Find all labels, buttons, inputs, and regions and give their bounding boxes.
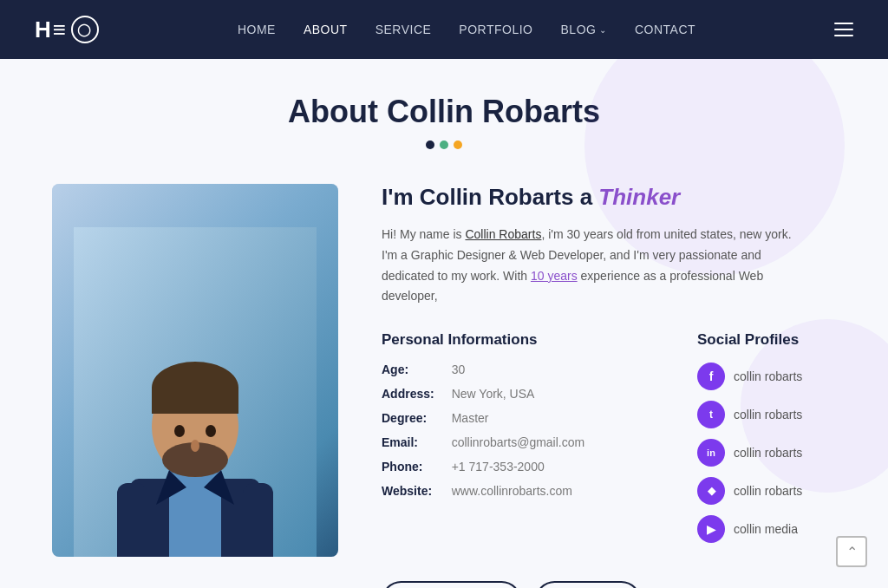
nav-about[interactable]: ABOUT bbox=[304, 23, 348, 36]
logo-text: H≡ bbox=[35, 16, 68, 43]
svg-rect-6 bbox=[152, 388, 238, 414]
person-illustration bbox=[74, 227, 317, 557]
social-item-youtube[interactable]: ▶ collin media bbox=[697, 515, 836, 543]
intro-heading-highlight: Thinker bbox=[598, 184, 680, 210]
page-content: About Collin Robarts bbox=[0, 59, 888, 588]
value-website: www.collinrobarts.com bbox=[452, 484, 663, 498]
svg-rect-14 bbox=[243, 483, 273, 557]
social-label-other: collin robarts bbox=[734, 484, 802, 498]
nav-links: HOME ABOUT SERVICE PORTFOLIO BLOG ⌄ CONT… bbox=[238, 22, 695, 37]
social-label-instagram: collin robarts bbox=[734, 446, 802, 460]
hamburger-menu[interactable] bbox=[834, 23, 853, 36]
social-item-twitter[interactable]: t collin robarts bbox=[697, 401, 836, 428]
hire-me-button[interactable]: Hire Me › bbox=[535, 581, 641, 588]
title-dot-3 bbox=[454, 140, 462, 149]
info-section: I'm Collin Robarts a Thinker Hi! My name… bbox=[382, 184, 836, 588]
value-address: New York, USA bbox=[452, 387, 663, 401]
value-email: collinrobarts@gmail.com bbox=[452, 435, 663, 449]
logo-circle: ◯ bbox=[71, 16, 99, 43]
hamburger-line-2 bbox=[834, 29, 853, 30]
nav-home[interactable]: HOME bbox=[238, 23, 276, 36]
label-address: Address: bbox=[382, 387, 434, 401]
nav-blog[interactable]: BLOG ⌄ bbox=[561, 23, 607, 36]
download-cv-button[interactable]: Download CV › bbox=[382, 581, 521, 588]
label-website: Website: bbox=[382, 484, 434, 498]
hamburger-line-1 bbox=[834, 23, 853, 24]
hamburger-line-3 bbox=[834, 35, 853, 36]
value-degree: Master bbox=[452, 411, 663, 425]
social-item-instagram[interactable]: in collin robarts bbox=[697, 439, 836, 467]
social-profiles-section: Social Profiles f collin robarts t colli… bbox=[697, 331, 836, 553]
logo[interactable]: H≡◯ bbox=[35, 16, 99, 43]
label-phone: Phone: bbox=[382, 460, 434, 474]
nav-contact[interactable]: CONTACT bbox=[635, 23, 695, 36]
other-social-icon: ◆ bbox=[697, 477, 725, 505]
intro-heading: I'm Collin Robarts a Thinker bbox=[382, 184, 836, 211]
title-dots bbox=[52, 140, 836, 149]
page-title: About Collin Robarts bbox=[52, 94, 836, 130]
value-age: 30 bbox=[452, 363, 663, 376]
social-label-youtube: collin media bbox=[734, 522, 798, 536]
navbar: H≡◯ HOME ABOUT SERVICE PORTFOLIO BLOG ⌄ … bbox=[0, 0, 888, 59]
scroll-up-button[interactable]: ⌃ bbox=[836, 536, 867, 567]
personal-info-heading: Personal Informations bbox=[382, 331, 663, 349]
social-label-twitter: collin robarts bbox=[734, 408, 802, 421]
profile-image bbox=[52, 184, 338, 557]
social-item-other[interactable]: ◆ collin robarts bbox=[697, 477, 836, 505]
about-section: I'm Collin Robarts a Thinker Hi! My name… bbox=[52, 184, 836, 588]
chevron-down-icon: ⌄ bbox=[599, 25, 607, 35]
svg-point-9 bbox=[206, 425, 216, 437]
name-link[interactable]: Collin Robarts bbox=[465, 227, 541, 241]
profile-image-wrapper bbox=[52, 184, 338, 557]
experience-link[interactable]: 10 years bbox=[531, 269, 578, 283]
personal-info-section: Personal Informations Age: 30 Address: N… bbox=[382, 331, 663, 498]
svg-rect-13 bbox=[117, 483, 147, 557]
action-buttons: Download CV › Hire Me › bbox=[382, 581, 836, 588]
instagram-icon: in bbox=[697, 439, 725, 467]
social-label-facebook: collin robarts bbox=[734, 369, 802, 383]
chevron-up-icon: ⌃ bbox=[846, 544, 858, 560]
twitter-icon: t bbox=[697, 401, 725, 428]
info-social-row: Personal Informations Age: 30 Address: N… bbox=[382, 331, 836, 553]
value-phone: +1 717-353-2000 bbox=[452, 460, 663, 474]
facebook-icon: f bbox=[697, 363, 725, 390]
nav-service[interactable]: SERVICE bbox=[375, 23, 432, 36]
social-profiles-heading: Social Profiles bbox=[697, 331, 836, 349]
title-dot-2 bbox=[440, 140, 448, 149]
label-age: Age: bbox=[382, 363, 434, 376]
intro-paragraph: Hi! My name is Collin Robarts, i'm 30 ye… bbox=[382, 225, 798, 307]
personal-info-table: Age: 30 Address: New York, USA Degree: M… bbox=[382, 363, 663, 498]
svg-point-8 bbox=[174, 425, 185, 437]
label-email: Email: bbox=[382, 435, 434, 449]
label-degree: Degree: bbox=[382, 411, 434, 425]
svg-point-10 bbox=[191, 440, 199, 452]
nav-portfolio[interactable]: PORTFOLIO bbox=[459, 23, 532, 36]
intro-heading-start: I'm Collin Robarts a bbox=[382, 184, 598, 210]
title-dot-1 bbox=[426, 140, 434, 149]
youtube-icon: ▶ bbox=[697, 515, 725, 543]
social-item-facebook[interactable]: f collin robarts bbox=[697, 363, 836, 390]
